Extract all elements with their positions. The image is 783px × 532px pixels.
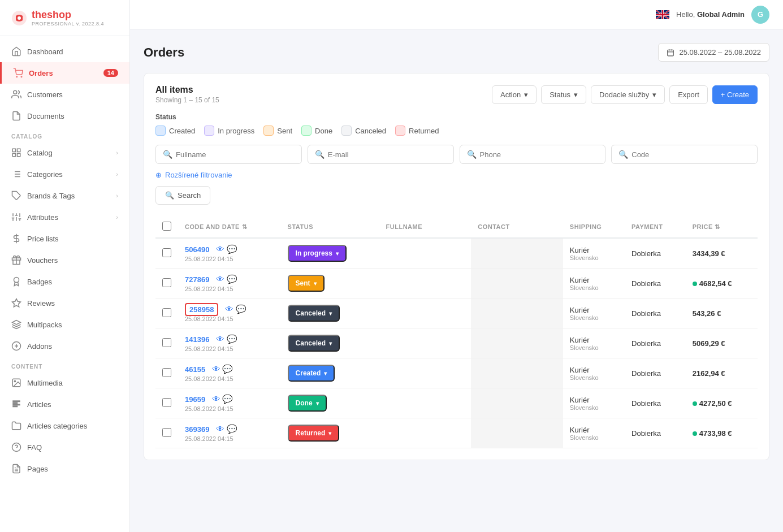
- view-icon[interactable]: 👁: [225, 304, 233, 314]
- sidebar-item-orders[interactable]: Orders 14: [0, 62, 129, 84]
- row-fullname: [379, 358, 471, 388]
- row-contact: [471, 328, 563, 358]
- row-checkbox[interactable]: [162, 368, 171, 377]
- username: Global Admin: [697, 10, 745, 19]
- message-icon[interactable]: 💬: [227, 424, 237, 434]
- pricetag-icon: [11, 233, 21, 244]
- message-icon[interactable]: 💬: [222, 394, 233, 404]
- create-button[interactable]: + Create: [712, 85, 758, 104]
- status-badge-button[interactable]: Canceled ▾: [288, 335, 340, 352]
- user-avatar[interactable]: G: [751, 6, 769, 24]
- sidebar-item-addons[interactable]: Addons: [0, 335, 129, 357]
- main-area: Hello, Global Admin G Orders 25.08.2022 …: [130, 0, 783, 532]
- status-badge-button[interactable]: Returned ▾: [288, 425, 340, 442]
- view-icon[interactable]: 👁: [212, 394, 220, 404]
- filter-done[interactable]: Done: [301, 126, 332, 136]
- row-price: 3434,39 €: [686, 238, 758, 269]
- phone-input[interactable]: [480, 150, 599, 159]
- row-checkbox[interactable]: [162, 338, 171, 347]
- users-icon: [11, 89, 21, 100]
- row-code-date: 369369 👁 💬 25.08.2022 04:15: [178, 418, 281, 448]
- view-icon[interactable]: 👁: [216, 274, 224, 284]
- row-checkbox[interactable]: [162, 308, 171, 317]
- email-input[interactable]: [328, 150, 447, 159]
- date-range-label: 25.08.2022 – 25.08.2022: [679, 48, 761, 57]
- status-badge-button[interactable]: Created ▾: [288, 365, 335, 382]
- row-code-date: 727869 👁 💬 25.08.2022 04:15: [178, 269, 281, 299]
- sidebar-item-faq[interactable]: FAQ: [0, 436, 129, 458]
- sidebar-item-vouchers[interactable]: Vouchers: [0, 249, 129, 271]
- row-shipping: Kuriér Slovensko: [563, 299, 625, 328]
- sidebar-item-catalog[interactable]: Catalog ›: [0, 142, 129, 163]
- sidebar-item-badges[interactable]: Badges: [0, 271, 129, 292]
- shipping-name: Kuriér: [570, 276, 618, 284]
- sidebar-item-brands-tags[interactable]: Brands & Tags ›: [0, 185, 129, 206]
- message-icon[interactable]: 💬: [227, 244, 237, 254]
- status-chevron-icon: ▾: [574, 90, 578, 99]
- payment-name: Dobierka: [631, 249, 661, 258]
- sidebar-item-reviews[interactable]: Reviews: [0, 292, 129, 314]
- filter-returned[interactable]: Returned: [395, 126, 439, 136]
- sidebar-item-categories[interactable]: Categories ›: [0, 163, 129, 185]
- message-icon[interactable]: 💬: [227, 334, 237, 344]
- badge-chevron: ▾: [324, 370, 327, 377]
- filter-canceled[interactable]: Canceled: [341, 126, 386, 136]
- view-icon[interactable]: 👁: [216, 334, 224, 344]
- sidebar-item-articles-categories[interactable]: Articles categories: [0, 415, 129, 436]
- action-button[interactable]: Action ▾: [492, 85, 537, 104]
- shipping-sub: Slovensko: [570, 374, 618, 381]
- date-range-button[interactable]: 25.08.2022 – 25.08.2022: [658, 43, 769, 62]
- sidebar-item-articles[interactable]: Articles: [0, 393, 129, 415]
- row-checkbox[interactable]: [162, 248, 171, 257]
- language-flag[interactable]: [656, 10, 669, 19]
- sidebar-item-dashboard[interactable]: Dashboard: [0, 41, 129, 62]
- select-all-checkbox[interactable]: [162, 222, 171, 231]
- row-checkbox[interactable]: [162, 278, 171, 287]
- row-actions: 👁 💬: [225, 305, 246, 314]
- shipping-name: Kuriér: [570, 396, 618, 404]
- header-shipping: SHIPPING: [563, 216, 625, 238]
- message-icon[interactable]: 💬: [222, 364, 233, 374]
- code-input[interactable]: [631, 150, 750, 159]
- order-code-link[interactable]: 141396: [185, 335, 209, 344]
- message-icon[interactable]: 💬: [236, 304, 246, 314]
- row-payment: Dobierka: [625, 328, 686, 358]
- order-code-link[interactable]: 727869: [185, 275, 209, 284]
- order-code-link[interactable]: 258958: [185, 303, 218, 316]
- price-value: 3434,39 €: [693, 249, 725, 258]
- filter-in-progress[interactable]: In progress: [204, 126, 254, 136]
- view-icon[interactable]: 👁: [216, 424, 224, 434]
- sidebar-item-catalog-label: Catalog: [27, 149, 110, 157]
- order-code-link[interactable]: 506490: [185, 245, 209, 254]
- sidebar-item-documents[interactable]: Documents: [0, 105, 129, 127]
- view-icon[interactable]: 👁: [216, 244, 224, 254]
- filter-created[interactable]: Created: [155, 126, 195, 136]
- status-badge-button[interactable]: Sent ▾: [288, 275, 325, 292]
- status-badge-button[interactable]: Canceled ▾: [288, 305, 340, 322]
- view-icon[interactable]: 👁: [212, 364, 220, 374]
- order-code-link[interactable]: 46155: [185, 365, 205, 374]
- brands-arrow: ›: [116, 192, 118, 199]
- status-badge-button[interactable]: In progress ▾: [288, 245, 347, 262]
- order-code-link[interactable]: 19659: [185, 395, 205, 404]
- sidebar-item-multimedia[interactable]: Multimedia: [0, 372, 129, 393]
- dodacie-button[interactable]: Dodacie služby ▾: [591, 85, 665, 104]
- sidebar-item-pages[interactable]: Pages: [0, 458, 129, 479]
- status-badge-button[interactable]: Done ▾: [288, 395, 327, 412]
- search-button[interactable]: 🔍 Search: [155, 186, 210, 205]
- message-icon[interactable]: 💬: [227, 274, 237, 284]
- price-value: 543,26 €: [693, 309, 721, 318]
- filter-sent[interactable]: Sent: [263, 126, 292, 136]
- sidebar-item-price-lists[interactable]: Price lists: [0, 228, 129, 249]
- sidebar-item-customers[interactable]: Customers: [0, 84, 129, 105]
- row-checkbox[interactable]: [162, 428, 171, 437]
- export-button[interactable]: Export: [669, 85, 708, 104]
- status-button[interactable]: Status ▾: [541, 85, 586, 104]
- sidebar-item-attributes[interactable]: Attributes ›: [0, 206, 129, 228]
- sidebar-item-multipacks[interactable]: Multipacks: [0, 314, 129, 335]
- order-code-link[interactable]: 369369: [185, 425, 209, 434]
- row-shipping: Kuriér Slovensko: [563, 238, 625, 269]
- advanced-filter[interactable]: ⊕ Rozšírené filtrovanie: [155, 171, 758, 179]
- row-checkbox[interactable]: [162, 398, 171, 407]
- fullname-input[interactable]: [176, 150, 295, 159]
